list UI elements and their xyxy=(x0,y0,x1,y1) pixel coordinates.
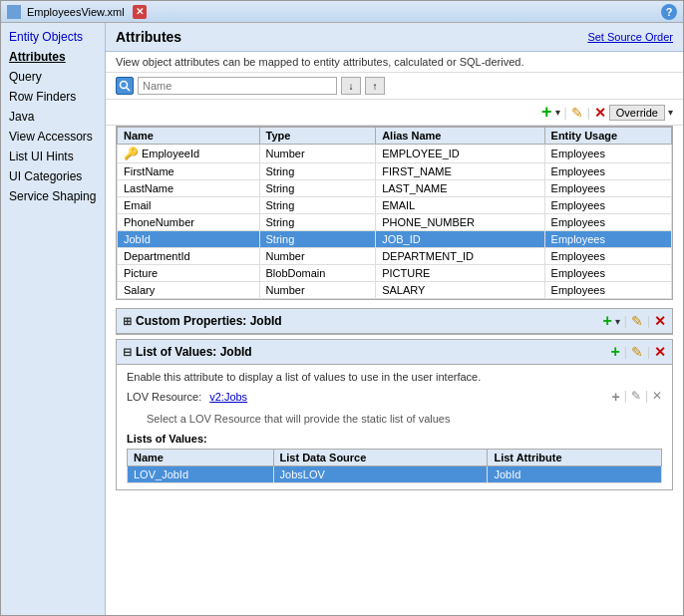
lov-title: ⊟ List of Values: JobId xyxy=(123,345,252,359)
lov-header: ⊟ List of Values: JobId + | ✎ | ✕ xyxy=(117,340,672,365)
table-row[interactable]: 🔑EmployeeIdNumberEMPLOYEE_IDEmployees xyxy=(118,145,672,163)
cell-entity: Employees xyxy=(544,265,671,282)
table-row[interactable]: PhoneNumberStringPHONE_NUMBEREmployees xyxy=(118,214,672,231)
col-entity: Entity Usage xyxy=(544,128,671,145)
cell-entity: Employees xyxy=(544,282,671,299)
add-lov-button[interactable]: + xyxy=(610,343,619,361)
lov-content: Enable this attribute to display a list … xyxy=(117,365,672,489)
lov-table: Name List Data Source List Attribute LOV… xyxy=(127,449,662,483)
table-row[interactable]: PictureBlobDomainPICTUREEmployees xyxy=(118,265,672,282)
main-layout: Entity Objects Attributes Query Row Find… xyxy=(1,23,683,615)
add-attribute-button[interactable]: + xyxy=(541,102,552,123)
table-row[interactable]: DepartmentIdNumberDEPARTMENT_IDEmployees xyxy=(118,248,672,265)
col-name: Name xyxy=(118,128,260,145)
cell-alias: PICTURE xyxy=(376,265,544,282)
table-row[interactable]: SalaryNumberSALARYEmployees xyxy=(118,282,672,299)
lov-table-row[interactable]: LOV_JobIdJobsLOVJobId xyxy=(128,466,662,483)
cell-name: Salary xyxy=(118,282,260,299)
cell-alias: SALARY xyxy=(376,282,544,299)
cell-name: DepartmentId xyxy=(118,248,260,265)
cell-alias: LAST_NAME xyxy=(376,180,544,197)
sidebar-item-view-accessors[interactable]: View Accessors xyxy=(1,127,105,147)
collapse-lov-icon[interactable]: ⊟ xyxy=(123,346,132,359)
lov-resource-row: LOV Resource: v2:Jobs + | ✎ | ✕ xyxy=(127,389,662,405)
help-button[interactable]: ? xyxy=(661,4,677,20)
custom-properties-panel: ⊞ Custom Properties: JobId + ▾ | ✎ | ✕ xyxy=(116,308,673,335)
custom-properties-toolbar: + ▾ | ✎ | ✕ xyxy=(602,312,666,330)
scroll-down-button[interactable]: ↓ xyxy=(341,77,361,95)
cell-name: Email xyxy=(118,197,260,214)
delete-attribute-button[interactable]: ✕ xyxy=(594,105,606,121)
cell-alias: EMPLOYEE_ID xyxy=(376,145,544,163)
cell-alias: EMAIL xyxy=(376,197,544,214)
attributes-header: Attributes Set Source Order xyxy=(106,23,683,52)
lov-cell-data_source: JobsLOV xyxy=(273,466,488,483)
sidebar-item-query[interactable]: Query xyxy=(1,67,105,87)
cell-entity: Employees xyxy=(544,180,671,197)
lov-label: List of Values: JobId xyxy=(136,345,252,359)
sidebar-item-attributes[interactable]: Attributes xyxy=(1,47,105,67)
delete-lov-button[interactable]: ✕ xyxy=(654,344,666,360)
table-row[interactable]: EmailStringEMAILEmployees xyxy=(118,197,672,214)
custom-properties-title: ⊞ Custom Properties: JobId xyxy=(123,314,282,328)
sidebar-item-row-finders[interactable]: Row Finders xyxy=(1,87,105,107)
lov-description: Enable this attribute to display a list … xyxy=(127,371,662,383)
cell-name: LastName xyxy=(118,180,260,197)
set-source-order-link[interactable]: Set Source Order xyxy=(587,31,673,43)
attributes-subtitle: View object attributes can be mapped to … xyxy=(106,52,683,73)
lov-col-name: Name xyxy=(128,450,274,466)
list-of-values-panel: ⊟ List of Values: JobId + | ✎ | ✕ Enable… xyxy=(116,339,673,490)
cell-type: String xyxy=(259,180,376,197)
table-row[interactable]: LastNameStringLAST_NAMEEmployees xyxy=(118,180,672,197)
sidebar-item-ui-categories[interactable]: UI Categories xyxy=(1,166,105,186)
cell-name: Picture xyxy=(118,265,260,282)
lov-resource-link[interactable]: v2:Jobs xyxy=(209,391,247,403)
cell-type: BlobDomain xyxy=(259,265,376,282)
search-input[interactable] xyxy=(138,77,337,95)
close-button[interactable]: ✕ xyxy=(133,5,147,19)
edit-lov-resource-button[interactable]: ✎ xyxy=(631,389,641,405)
add-lov-resource-button[interactable]: + xyxy=(612,389,620,405)
bottom-panels: ⊞ Custom Properties: JobId + ▾ | ✎ | ✕ xyxy=(106,300,683,615)
cell-entity: Employees xyxy=(544,248,671,265)
add-custom-button[interactable]: + xyxy=(602,312,611,330)
delete-lov-resource-button[interactable]: ✕ xyxy=(652,389,662,405)
titlebar: EmployeesView.xml ✕ ? xyxy=(1,1,683,23)
sidebar-item-service-shaping[interactable]: Service Shaping xyxy=(1,186,105,206)
sidebar-item-entity-objects[interactable]: Entity Objects xyxy=(1,27,105,47)
attributes-table: Name Type Alias Name Entity Usage 🔑Emplo… xyxy=(117,127,672,299)
sidebar-item-java[interactable]: Java xyxy=(1,107,105,127)
cell-name: JobId xyxy=(118,231,260,248)
col-type: Type xyxy=(259,128,376,145)
search-bar: ↓ ↑ xyxy=(106,73,683,100)
custom-properties-label: Custom Properties: JobId xyxy=(136,314,282,328)
override-button[interactable]: Override xyxy=(609,105,665,121)
cell-type: Number xyxy=(259,248,376,265)
lov-resource-toolbar: + | ✎ | ✕ xyxy=(612,389,662,405)
override-dropdown-arrow[interactable]: ▾ xyxy=(668,107,673,118)
edit-custom-button[interactable]: ✎ xyxy=(631,313,643,329)
cell-entity: Employees xyxy=(544,145,671,163)
cell-type: Number xyxy=(259,282,376,299)
main-window: EmployeesView.xml ✕ ? Entity Objects Att… xyxy=(0,0,684,616)
lov-hint-text: Select a LOV Resource that will provide … xyxy=(127,409,662,425)
table-row[interactable]: FirstNameStringFIRST_NAMEEmployees xyxy=(118,163,672,180)
add-custom-dropdown[interactable]: ▾ xyxy=(615,316,620,327)
sidebar-item-list-ui-hints[interactable]: List UI Hints xyxy=(1,147,105,166)
attributes-toolbar: + ▾ | ✎ | ✕ Override ▾ xyxy=(106,100,683,126)
cell-alias: DEPARTMENT_ID xyxy=(376,248,544,265)
cell-type: String xyxy=(259,214,376,231)
cell-name: PhoneNumber xyxy=(118,214,260,231)
cell-entity: Employees xyxy=(544,214,671,231)
delete-custom-button[interactable]: ✕ xyxy=(654,313,666,329)
cell-alias: FIRST_NAME xyxy=(376,163,544,180)
cell-alias: PHONE_NUMBER xyxy=(376,214,544,231)
add-dropdown-arrow[interactable]: ▾ xyxy=(555,107,560,118)
lov-cell-name: LOV_JobId xyxy=(128,466,274,483)
edit-lov-button[interactable]: ✎ xyxy=(631,344,643,360)
edit-attribute-button[interactable]: ✎ xyxy=(571,105,583,121)
scroll-up-button[interactable]: ↑ xyxy=(365,77,385,95)
expand-custom-icon[interactable]: ⊞ xyxy=(123,315,132,328)
table-row[interactable]: JobIdStringJOB_IDEmployees xyxy=(118,231,672,248)
lists-of-values-label: Lists of Values: xyxy=(127,433,662,445)
